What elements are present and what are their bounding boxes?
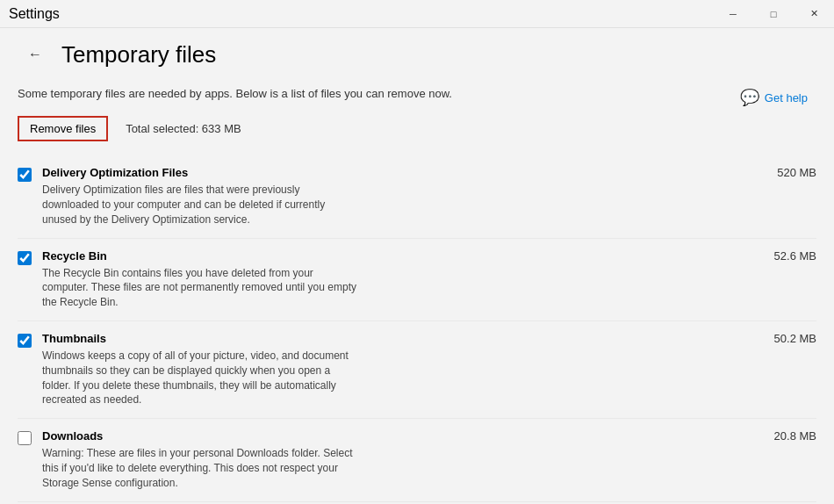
- remove-files-button[interactable]: Remove files: [18, 116, 108, 141]
- file-name-1: Recycle Bin: [42, 249, 107, 263]
- titlebar: Settings ─ □ ✕: [0, 0, 834, 28]
- file-checkbox-0[interactable]: [18, 168, 32, 182]
- file-name-0: Delivery Optimization Files: [42, 166, 188, 179]
- file-checkbox-2[interactable]: [18, 334, 32, 348]
- file-size-3: 20.8 MB: [774, 429, 816, 443]
- list-item: Downloads 20.8 MB Warning: These are fil…: [18, 419, 816, 501]
- titlebar-left: Settings: [9, 6, 60, 22]
- get-help-icon: 💬: [740, 88, 759, 107]
- file-info-2: Thumbnails 50.2 MB Windows keeps a copy …: [42, 332, 816, 407]
- file-size-2: 50.2 MB: [774, 332, 816, 345]
- page-title: Temporary files: [61, 41, 216, 68]
- total-selected-label: Total selected: 633 MB: [126, 122, 241, 135]
- file-size-1: 52.6 MB: [774, 249, 816, 263]
- file-info-3: Downloads 20.8 MB Warning: These are fil…: [42, 429, 816, 490]
- toolbar: Remove files Total selected: 633 MB: [18, 116, 816, 141]
- file-checkbox-wrapper[interactable]: [18, 168, 32, 185]
- file-checkbox-wrapper[interactable]: [18, 251, 32, 269]
- titlebar-title: Settings: [9, 6, 60, 22]
- list-item: Delivery Optimization Files 520 MB Deliv…: [18, 155, 816, 238]
- back-button[interactable]: ←: [18, 37, 53, 72]
- file-info-0: Delivery Optimization Files 520 MB Deliv…: [42, 166, 816, 227]
- file-desc-2: Windows keeps a copy of all of your pict…: [42, 349, 358, 407]
- list-item: Thumbnails 50.2 MB Windows keeps a copy …: [18, 321, 816, 419]
- file-desc-0: Delivery Optimization files are files th…: [42, 183, 358, 227]
- file-header-2: Thumbnails 50.2 MB: [42, 332, 816, 345]
- page-header: ← Temporary files: [18, 28, 816, 86]
- page-description: Some temporary files are needed by apps.…: [18, 86, 816, 102]
- file-desc-1: The Recycle Bin contains files you have …: [42, 266, 358, 310]
- file-checkbox-wrapper[interactable]: [18, 431, 32, 449]
- get-help-label: Get help: [765, 91, 808, 104]
- file-desc-3: Warning: These are files in your persona…: [42, 446, 358, 490]
- titlebar-controls: ─ □ ✕: [713, 0, 834, 28]
- minimize-button[interactable]: ─: [713, 0, 753, 28]
- file-checkbox-1[interactable]: [18, 251, 32, 265]
- file-header-1: Recycle Bin 52.6 MB: [42, 249, 816, 263]
- get-help-link[interactable]: 💬 Get help: [740, 88, 808, 107]
- file-list: Delivery Optimization Files 520 MB Deliv…: [18, 155, 816, 504]
- file-checkbox-3[interactable]: [18, 431, 32, 445]
- file-info-1: Recycle Bin 52.6 MB The Recycle Bin cont…: [42, 249, 816, 310]
- file-name-3: Downloads: [42, 429, 103, 443]
- list-item: Recycle Bin 52.6 MB The Recycle Bin cont…: [18, 239, 816, 321]
- file-name-2: Thumbnails: [42, 332, 106, 345]
- file-header-3: Downloads 20.8 MB: [42, 429, 816, 443]
- file-checkbox-wrapper[interactable]: [18, 334, 32, 351]
- file-header-0: Delivery Optimization Files 520 MB: [42, 166, 816, 179]
- file-size-0: 520 MB: [777, 166, 816, 179]
- main-content: ← Temporary files 💬 Get help Some tempor…: [0, 28, 834, 504]
- close-button[interactable]: ✕: [794, 0, 834, 28]
- maximize-button[interactable]: □: [753, 0, 794, 28]
